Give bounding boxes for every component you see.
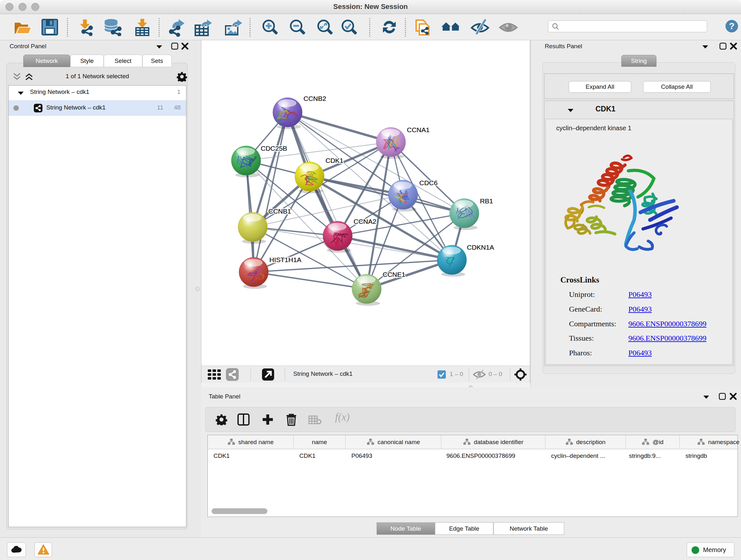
svg-text:CCNE1: CCNE1 bbox=[383, 271, 405, 278]
svg-text:RB1: RB1 bbox=[480, 197, 493, 205]
svg-text:CDC6: CDC6 bbox=[419, 179, 437, 186]
svg-text:CCNA1: CCNA1 bbox=[407, 126, 429, 133]
svg-text:CDK1: CDK1 bbox=[326, 157, 343, 164]
svg-text:CCNB1: CCNB1 bbox=[268, 207, 291, 215]
svg-text:CDKN1A: CDKN1A bbox=[467, 244, 494, 251]
svg-text:CCNB2: CCNB2 bbox=[304, 95, 326, 102]
svg-text:CCNA2: CCNA2 bbox=[354, 218, 376, 225]
svg-text:?: ? bbox=[729, 21, 734, 31]
svg-text:HIST1H1A: HIST1H1A bbox=[269, 256, 301, 263]
svg-text:CDC25B: CDC25B bbox=[261, 145, 287, 152]
